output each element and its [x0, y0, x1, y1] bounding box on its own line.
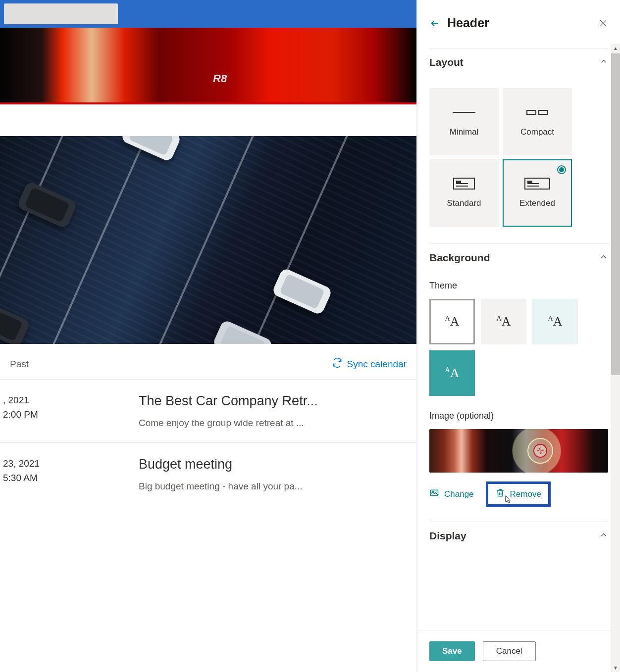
back-icon[interactable] — [429, 18, 440, 29]
image-actions: Change Remove — [429, 481, 608, 507]
layout-option-extended[interactable]: Extended — [503, 159, 572, 227]
site-header-image: R8 — [0, 28, 416, 104]
car-badge: R8 — [213, 72, 227, 85]
background-image-preview[interactable] — [429, 429, 608, 473]
event-title: The Best Car Company Retr... — [139, 393, 397, 409]
svg-point-1 — [432, 491, 434, 492]
remove-image-button[interactable]: Remove — [495, 488, 541, 500]
event-row[interactable]: 23, 2021 5:30 AM Budget meeting Big budg… — [0, 443, 416, 506]
panel-title: Header — [447, 16, 489, 30]
compact-icon — [525, 106, 550, 118]
scroll-up-icon[interactable]: ▲ — [611, 44, 620, 52]
section-display[interactable]: Display — [429, 522, 608, 548]
layout-option-minimal[interactable]: Minimal — [429, 88, 499, 155]
event-desc: Big budget meeting - have all your pa... — [139, 481, 397, 492]
theme-label: Theme — [429, 281, 608, 291]
scrollbar[interactable]: ▲ ▼ — [611, 44, 620, 672]
layout-option-standard[interactable]: Standard — [429, 159, 499, 227]
events-toolbar: Past Sync calendar — [0, 344, 416, 380]
section-layout[interactable]: Layout — [429, 48, 608, 74]
theme-option-3[interactable]: A — [532, 299, 578, 344]
layout-option-compact[interactable]: Compact — [503, 88, 572, 155]
image-label: Image (optional) — [429, 411, 608, 421]
event-desc: Come enjoy the group wide retreat at ... — [139, 418, 397, 429]
minimal-icon — [452, 106, 476, 118]
panel-header: Header — [429, 0, 608, 48]
panel-footer: Save Cancel — [417, 630, 620, 672]
sync-label: Sync calendar — [347, 359, 407, 370]
top-bar-placeholder — [4, 3, 118, 24]
extended-icon — [524, 178, 550, 190]
settings-panel: Header Layout Minimal Compact Stand — [417, 0, 620, 672]
focal-point-icon[interactable] — [527, 438, 553, 464]
close-icon[interactable] — [598, 18, 608, 28]
section-background[interactable]: Background — [429, 243, 608, 270]
theme-option-2[interactable]: A — [481, 299, 526, 344]
cursor-icon — [503, 495, 513, 507]
standard-icon — [453, 178, 475, 190]
theme-options: A A A A — [429, 299, 608, 396]
event-row[interactable]: , 2021 2:00 PM The Best Car Company Retr… — [0, 380, 416, 443]
layout-options: Minimal Compact Standard Extended — [429, 74, 608, 243]
image-icon — [429, 488, 439, 500]
save-button[interactable]: Save — [429, 641, 475, 661]
event-title: Budget meeting — [139, 457, 397, 472]
cancel-button[interactable]: Cancel — [483, 641, 536, 661]
hero-image — [0, 136, 416, 344]
scroll-thumb[interactable] — [611, 53, 620, 375]
chevron-up-icon — [599, 56, 608, 68]
sync-icon — [332, 358, 342, 370]
spacer — [0, 104, 416, 136]
chevron-up-icon — [599, 252, 608, 264]
selected-radio-icon — [557, 165, 566, 174]
main-content: R8 Past Sync calendar , 2021 2:00 PM The… — [0, 0, 417, 672]
scroll-down-icon[interactable]: ▼ — [611, 663, 620, 672]
remove-highlight-box: Remove — [486, 481, 551, 507]
change-image-button[interactable]: Change — [429, 488, 474, 500]
past-tab[interactable]: Past — [10, 359, 29, 370]
event-date: 23, 2021 5:30 AM — [0, 457, 139, 492]
theme-option-4[interactable]: A — [429, 350, 475, 396]
chevron-up-icon — [599, 530, 608, 542]
app-top-bar — [0, 0, 416, 28]
event-date: , 2021 2:00 PM — [0, 393, 139, 429]
sync-calendar-button[interactable]: Sync calendar — [332, 358, 407, 370]
theme-option-1[interactable]: A — [429, 299, 475, 344]
